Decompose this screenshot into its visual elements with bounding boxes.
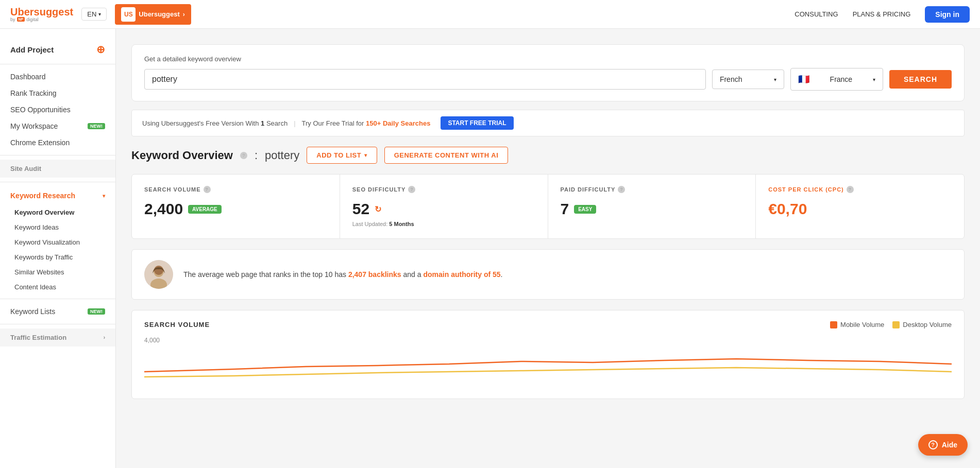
chevron-down-icon: ▾	[103, 193, 105, 199]
chevron-right-icon: ›	[104, 335, 105, 340]
mobile-legend-item: Mobile Volume	[830, 321, 884, 328]
svg-point-3	[154, 266, 163, 275]
sv-title: SEARCH VOLUME	[144, 321, 210, 328]
sidebar-item-keyword-lists[interactable]: Keyword Lists NEW!	[0, 303, 115, 320]
sidebar-sub-similar-websites[interactable]: Similar Websites	[0, 265, 115, 280]
search-input[interactable]	[144, 69, 706, 90]
sidebar-item-chrome-extension[interactable]: Chrome Extension	[0, 134, 115, 151]
sidebar-sub-keyword-overview[interactable]: Keyword Overview	[0, 205, 115, 220]
breadcrumb-icon: US	[121, 7, 136, 22]
chevron-right-icon: ›	[183, 11, 185, 18]
brand-name: Ubersuggest	[10, 7, 73, 17]
sidebar: Add Project ⊕ Dashboard Rank Tracking SE…	[0, 29, 116, 414]
avatar	[144, 260, 173, 289]
flag-icon: 🇫🇷	[798, 74, 809, 85]
add-project-icon: ⊕	[96, 43, 105, 56]
mobile-legend-dot	[830, 321, 837, 328]
insight-text: The average web page that ranks in the t…	[183, 269, 502, 280]
trial-banner: Using Ubersuggest's Free Version With 1 …	[131, 110, 965, 136]
keyword-overview-header: Keyword Overview ? : pottery ADD TO LIST…	[131, 147, 965, 164]
chevron-down-icon: ▾	[98, 11, 101, 17]
refresh-icon[interactable]: ↻	[375, 204, 381, 214]
sidebar-item-dashboard[interactable]: Dashboard	[0, 68, 115, 85]
keyword-term: pottery	[265, 149, 299, 162]
keyword-research-header[interactable]: Keyword Research ▾	[0, 186, 115, 205]
info-icon[interactable]: ?	[408, 186, 415, 193]
chevron-down-icon: ▾	[873, 77, 875, 82]
signin-button[interactable]: Sign in	[925, 6, 970, 23]
trial-text: Using Ubersuggest's Free Version With 1 …	[142, 119, 288, 127]
easy-badge: EASY	[574, 205, 596, 214]
lang-selector[interactable]: EN ▾	[81, 8, 107, 21]
metrics-row: SEARCH VOLUME ? 2,400 AVERAGE SEO DIFFIC…	[131, 174, 965, 239]
metric-value-paid-difficulty: 7 EASY	[561, 200, 744, 218]
desktop-legend-dot	[892, 321, 900, 328]
nav-right: CONSULTING PLANS & PRICING Sign in	[795, 6, 970, 23]
breadcrumb-nav[interactable]: US Ubersuggest ›	[115, 4, 191, 25]
logo: Ubersuggest by NP digital	[10, 7, 73, 22]
keyword-overview-title: Keyword Overview	[131, 149, 233, 162]
generate-content-button[interactable]: GENERATE CONTENT WITH AI	[384, 147, 509, 164]
traffic-estimation-header[interactable]: Traffic Estimation ›	[0, 328, 115, 346]
start-free-trial-button[interactable]: START FREE TRIAL	[441, 116, 513, 130]
metric-value-cpc: €0,70	[768, 200, 952, 218]
add-project[interactable]: Add Project ⊕	[0, 39, 115, 60]
sidebar-sub-keyword-visualization[interactable]: Keyword Visualization	[0, 235, 115, 250]
info-icon[interactable]: ?	[618, 186, 625, 193]
sidebar-sub-keyword-ideas[interactable]: Keyword Ideas	[0, 220, 115, 235]
brand-sub: by NP digital	[10, 17, 73, 22]
search-section: Get a detailed keyword overview French ▾…	[131, 44, 965, 101]
sidebar-item-my-workspace[interactable]: My Workspace NEW!	[0, 118, 115, 134]
sv-chart: 4,000	[144, 337, 952, 388]
search-label: Get a detailed keyword overview	[144, 55, 952, 63]
metric-paid-difficulty: PAID DIFFICULTY ? 7 EASY	[548, 175, 756, 238]
metric-value-seo-difficulty: 52 ↻	[352, 200, 535, 218]
sidebar-sub-keywords-by-traffic[interactable]: Keywords by Traffic	[0, 250, 115, 265]
location-dropdown[interactable]: 🇫🇷 France ▾	[790, 68, 883, 91]
sv-header: SEARCH VOLUME Mobile Volume Desktop Volu…	[144, 321, 952, 328]
search-row: French ▾ 🇫🇷 France ▾ SEARCH	[144, 68, 952, 91]
trial-offer-text: Try Our Free Trial for 150+ Daily Search…	[302, 119, 431, 127]
metric-label-search-volume: SEARCH VOLUME ?	[144, 186, 327, 193]
search-button[interactable]: SEARCH	[889, 70, 952, 89]
desktop-legend-item: Desktop Volume	[892, 321, 952, 328]
sidebar-item-seo-opportunities[interactable]: SEO Opportunities	[0, 101, 115, 118]
chevron-down-icon: ▾	[774, 77, 776, 82]
metric-sub-seo-difficulty: Last Updated: 5 Months	[352, 221, 535, 227]
consulting-link[interactable]: CONSULTING	[795, 10, 838, 18]
trial-separator: |	[294, 119, 295, 127]
plans-pricing-link[interactable]: PLANS & PRICING	[853, 10, 911, 18]
sidebar-item-rank-tracking[interactable]: Rank Tracking	[0, 85, 115, 101]
sv-y-label: 4,000	[144, 337, 952, 344]
sv-legend: Mobile Volume Desktop Volume	[830, 321, 952, 328]
metric-label-cpc: COST PER CLICK (CPC) ?	[768, 186, 952, 193]
metric-seo-difficulty: SEO DIFFICULTY ? 52 ↻ Last Updated: 5 Mo…	[340, 175, 548, 238]
site-audit-header[interactable]: Site Audit	[0, 160, 115, 178]
main-content: Get a detailed keyword overview French ▾…	[116, 29, 980, 414]
insight-box: The average web page that ranks in the t…	[131, 249, 965, 300]
sidebar-sub-content-ideas[interactable]: Content Ideas	[0, 280, 115, 294]
top-nav: Ubersuggest by NP digital EN ▾ US Ubersu…	[0, 0, 980, 29]
metric-label-paid-difficulty: PAID DIFFICULTY ?	[561, 186, 744, 193]
colon-separator: :	[255, 149, 258, 162]
info-icon[interactable]: ?	[204, 186, 211, 193]
search-volume-section: SEARCH VOLUME Mobile Volume Desktop Volu…	[131, 310, 965, 399]
info-icon[interactable]: ?	[847, 186, 854, 193]
app-layout: Add Project ⊕ Dashboard Rank Tracking SE…	[0, 29, 980, 414]
average-badge: AVERAGE	[188, 205, 222, 214]
chevron-down-icon: ▾	[364, 152, 367, 158]
metric-value-search-volume: 2,400 AVERAGE	[144, 200, 327, 218]
add-to-list-button[interactable]: ADD TO LIST ▾	[307, 147, 377, 164]
language-dropdown[interactable]: French ▾	[712, 70, 784, 89]
metric-cpc: COST PER CLICK (CPC) ? €0,70	[756, 175, 964, 238]
info-icon[interactable]: ?	[240, 152, 247, 159]
metric-label-seo-difficulty: SEO DIFFICULTY ?	[352, 186, 535, 193]
metric-search-volume: SEARCH VOLUME ? 2,400 AVERAGE	[132, 175, 340, 238]
